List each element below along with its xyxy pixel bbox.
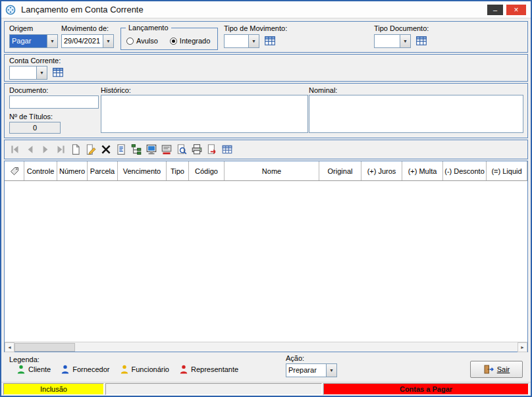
- title-bar: Lançamento em Conta Corrente – ×: [1, 1, 531, 18]
- scrollbar-track[interactable]: [75, 342, 518, 352]
- printer-icon: [191, 144, 203, 155]
- tipo-movimento-lookup-button[interactable]: [263, 34, 277, 47]
- tag-icon: [10, 167, 19, 176]
- chevron-down-icon[interactable]: ▼: [400, 35, 410, 47]
- print-button[interactable]: [190, 143, 203, 156]
- grid-button[interactable]: [221, 143, 234, 156]
- status-middle: [105, 383, 322, 395]
- tipo-documento-label: Tipo Documento:: [374, 24, 429, 32]
- last-record-button[interactable]: [54, 143, 67, 156]
- tipo-movimento-combobox[interactable]: ▼: [224, 34, 259, 48]
- column-header-controle[interactable]: Controle: [24, 161, 57, 180]
- previous-record-button[interactable]: [24, 143, 37, 156]
- sair-button-label: Sair: [497, 365, 510, 373]
- nominal-label: Nominal:: [309, 86, 337, 94]
- column-header-codigo[interactable]: Código: [189, 161, 225, 180]
- column-header-nome[interactable]: Nome: [225, 161, 319, 180]
- print-preview-icon: [176, 144, 188, 155]
- movimento-date-combobox[interactable]: 29/04/2021 ▼: [61, 34, 114, 48]
- monitor-icon: [146, 144, 157, 155]
- documento-label: Documento:: [9, 86, 48, 94]
- documento-panel: Documento: Nº de Títulos: Histórico: Nom…: [4, 83, 528, 138]
- new-document-button[interactable]: [69, 143, 82, 156]
- radio-avulso[interactable]: Avulso: [126, 37, 158, 45]
- first-record-button[interactable]: [9, 143, 22, 156]
- conta-corrente-combobox[interactable]: ▼: [9, 66, 47, 80]
- last-record-icon: [55, 144, 66, 155]
- tipo-documento-value: [375, 35, 400, 47]
- next-record-button[interactable]: [39, 143, 52, 156]
- lancamento-groupbox: Lançamento Avulso Integrado: [120, 28, 218, 50]
- scroll-left-arrow[interactable]: ◄: [5, 342, 14, 352]
- export-icon: [206, 144, 218, 155]
- column-header-numero[interactable]: Número: [57, 161, 88, 180]
- sair-button[interactable]: Sair: [470, 361, 523, 378]
- nominal-textarea[interactable]: [309, 95, 523, 133]
- column-header-multa[interactable]: (+) Multa: [402, 161, 443, 180]
- historico-label: Histórico:: [101, 86, 131, 94]
- scrollbar-thumb[interactable]: [14, 343, 75, 352]
- chevron-down-icon[interactable]: ▼: [103, 35, 113, 47]
- document-details-button[interactable]: [115, 143, 128, 156]
- column-header-original[interactable]: Original: [319, 161, 361, 180]
- status-mode: Inclusão: [3, 383, 104, 395]
- delete-button[interactable]: [99, 143, 113, 156]
- legend-label-funcionario: Funcionário: [132, 365, 169, 373]
- tipo-documento-combobox[interactable]: ▼: [374, 34, 411, 48]
- conta-corrente-panel: Conta Corrente: ▼: [4, 54, 528, 82]
- horizontal-scrollbar[interactable]: ◄ ►: [5, 342, 527, 352]
- origem-value: Pagar: [10, 35, 47, 47]
- edit-document-button[interactable]: [84, 143, 97, 156]
- tree-view-button[interactable]: [130, 143, 143, 156]
- radio-integrado-dot[interactable]: [170, 38, 177, 45]
- document-details-icon: [115, 144, 127, 155]
- window-title: Lançamento em Conta Corrente: [21, 5, 144, 14]
- historico-textarea[interactable]: [101, 95, 308, 133]
- grid-body: [5, 181, 527, 342]
- column-header-desconto[interactable]: (-) Desconto: [443, 161, 487, 180]
- conta-corrente-lookup-button[interactable]: [51, 66, 65, 79]
- radio-avulso-dot[interactable]: [126, 38, 134, 45]
- origem-label: Origem: [9, 24, 33, 32]
- chevron-down-icon[interactable]: ▼: [326, 364, 336, 377]
- column-header-vencimento[interactable]: Vencimento: [118, 161, 167, 180]
- tipo-movimento-label: Tipo de Movimento:: [224, 24, 287, 32]
- toolbar: [4, 140, 528, 159]
- legend-item-representante: Representante: [180, 365, 238, 374]
- export-button[interactable]: [205, 143, 219, 156]
- previous-record-icon: [24, 144, 36, 155]
- legenda-label: Legenda:: [9, 356, 40, 363]
- first-record-icon: [9, 144, 21, 155]
- tipo-documento-lookup-button[interactable]: [415, 34, 428, 47]
- minimize-button[interactable]: –: [487, 5, 503, 15]
- chevron-down-icon[interactable]: ▼: [47, 35, 57, 47]
- grid-lookup-icon: [415, 35, 427, 47]
- new-document-icon: [70, 144, 82, 155]
- close-button[interactable]: ×: [506, 5, 526, 15]
- print-preview-button[interactable]: [175, 143, 188, 156]
- grid-icon: [221, 144, 233, 155]
- radio-integrado[interactable]: Integrado: [170, 37, 210, 45]
- grid-lookup-icon: [52, 66, 64, 78]
- column-header-tipo[interactable]: Tipo: [167, 161, 189, 180]
- scroll-right-arrow[interactable]: ►: [518, 342, 527, 352]
- titulos-input: [9, 122, 61, 134]
- app-icon: [5, 5, 16, 15]
- acao-value: Preparar: [286, 364, 326, 377]
- chevron-down-icon[interactable]: ▼: [36, 66, 47, 79]
- column-header-marker[interactable]: [5, 161, 24, 180]
- radio-integrado-label: Integrado: [180, 37, 210, 45]
- origem-combobox[interactable]: Pagar ▼: [9, 34, 58, 48]
- conta-corrente-label: Conta Corrente:: [9, 57, 61, 65]
- editor-icon: [161, 144, 173, 155]
- monitor-button[interactable]: [145, 143, 158, 156]
- editor-button[interactable]: [160, 143, 173, 156]
- column-header-parcela[interactable]: Parcela: [88, 161, 118, 180]
- person-icon: [120, 365, 128, 374]
- column-header-juros[interactable]: (+) Juros: [361, 161, 402, 180]
- chevron-down-icon[interactable]: ▼: [248, 35, 259, 47]
- documento-input[interactable]: [9, 95, 99, 109]
- acao-combobox[interactable]: Preparar ▼: [286, 363, 337, 377]
- titulos-grid-panel: Controle Número Parcela Vencimento Tipo …: [4, 161, 528, 352]
- column-header-liquidar[interactable]: (=) Liquid: [487, 161, 527, 180]
